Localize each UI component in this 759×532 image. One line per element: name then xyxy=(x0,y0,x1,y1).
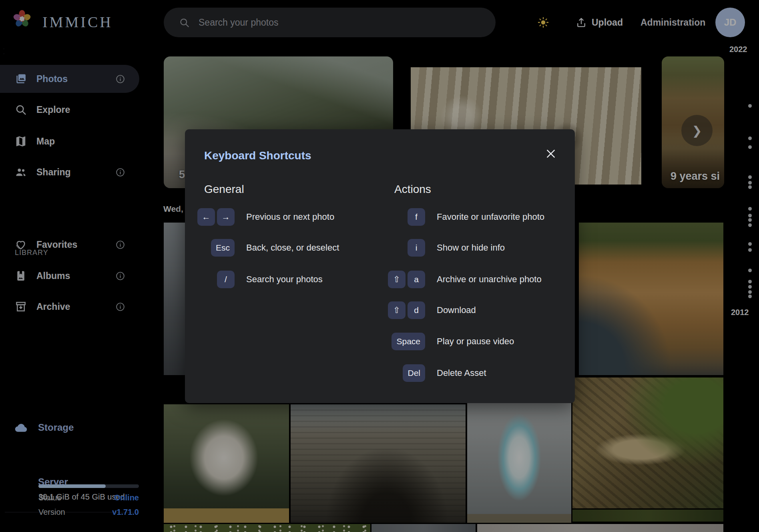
shortcut-row: ← → Previous or next photo xyxy=(199,208,334,226)
key-shift: ⇧ xyxy=(388,301,406,319)
shortcut-label: Previous or next photo xyxy=(246,212,334,222)
key-del: Del xyxy=(403,364,425,382)
key-a: a xyxy=(408,271,425,288)
section-heading: General xyxy=(204,183,244,196)
shortcut-label: Show or hide info xyxy=(437,243,505,253)
shortcut-row: Del Delete Asset xyxy=(388,364,486,382)
shortcut-label: Back, close, or deselect xyxy=(246,243,339,253)
key-shift: ⇧ xyxy=(388,271,406,288)
shortcut-row: f Favorite or unfavorite photo xyxy=(388,208,544,226)
shortcut-row: Space Play or pause video xyxy=(388,333,514,350)
shortcut-row: ⇧ d Download xyxy=(388,301,476,319)
key-d: d xyxy=(408,301,425,319)
key-i: i xyxy=(408,239,425,257)
key-slash: / xyxy=(217,271,235,288)
modal-title: Keyboard Shortcuts xyxy=(204,149,311,162)
shortcut-label: Search your photos xyxy=(246,274,323,285)
shortcut-label: Archive or unarchive photo xyxy=(437,274,542,285)
shortcut-label: Play or pause video xyxy=(437,336,514,347)
shortcut-label: Favorite or unfavorite photo xyxy=(437,212,544,222)
shortcut-row: Esc Back, close, or deselect xyxy=(199,239,339,257)
key-f: f xyxy=(408,208,425,226)
shortcut-row: i Show or hide info xyxy=(388,239,505,257)
close-icon xyxy=(546,149,556,159)
key-space: Space xyxy=(392,333,425,350)
shortcut-row: / Search your photos xyxy=(199,271,323,288)
key-right-arrow: → xyxy=(217,208,235,226)
shortcut-label: Delete Asset xyxy=(437,368,486,378)
section-heading: Actions xyxy=(394,183,431,196)
shortcut-label: Download xyxy=(437,305,476,315)
key-left-arrow: ← xyxy=(197,208,215,226)
key-esc: Esc xyxy=(211,239,235,257)
close-button[interactable] xyxy=(542,145,559,162)
keyboard-shortcuts-modal: Keyboard Shortcuts General ← → Previous … xyxy=(185,129,575,403)
shortcut-row: ⇧ a Archive or unarchive photo xyxy=(388,271,542,288)
